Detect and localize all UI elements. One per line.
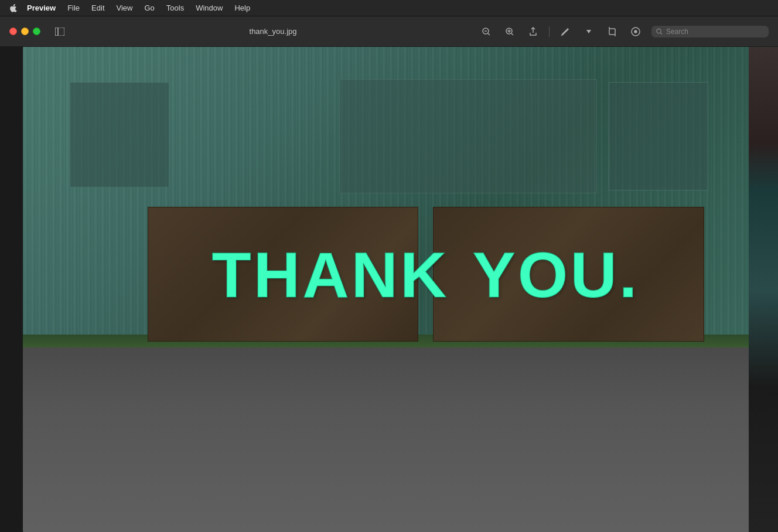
toolbar-divider	[549, 26, 550, 37]
ground	[23, 347, 755, 532]
thank-text: THANK	[212, 237, 449, 312]
menu-preview[interactable]: Preview	[22, 2, 60, 13]
svg-rect-0	[55, 28, 58, 36]
menu-tools[interactable]: Tools	[162, 2, 189, 13]
zoom-in-button[interactable]	[502, 24, 517, 39]
menu-bar: Preview File Edit View Go Tools Window H…	[0, 0, 778, 16]
menu-window[interactable]: Window	[191, 2, 227, 13]
search-input[interactable]	[666, 28, 764, 36]
menu-edit[interactable]: Edit	[87, 2, 109, 13]
content-area: THANK YOU.	[0, 47, 778, 532]
markup-dropdown-button[interactable]	[581, 24, 596, 39]
menu-go[interactable]: Go	[139, 2, 159, 13]
minimize-button[interactable]	[21, 28, 29, 35]
menu-view[interactable]: View	[112, 2, 138, 13]
svg-point-15	[657, 29, 661, 33]
search-icon	[656, 28, 663, 35]
strip-content	[749, 47, 778, 532]
window-title: thank_you.jpg	[250, 27, 297, 36]
menu-help[interactable]: Help	[230, 2, 255, 13]
wall-panel-right	[609, 82, 708, 190]
photo-frame: THANK YOU.	[23, 47, 755, 532]
search-box	[651, 26, 769, 37]
zoom-out-button[interactable]	[479, 24, 494, 39]
svg-line-5	[488, 33, 490, 35]
svg-line-16	[660, 32, 662, 34]
svg-rect-10	[609, 29, 615, 35]
wall-panel-center	[339, 79, 597, 193]
share-button[interactable]	[526, 24, 541, 39]
photo-canvas: THANK YOU.	[23, 47, 755, 532]
right-edge-strip	[749, 47, 778, 532]
close-button[interactable]	[9, 28, 17, 35]
apple-menu[interactable]	[7, 2, 20, 15]
svg-line-9	[511, 33, 513, 35]
maximize-button[interactable]	[33, 28, 40, 35]
you-text: YOU.	[473, 237, 640, 312]
adjust-button[interactable]	[628, 24, 643, 39]
sign-text-container: THANK YOU.	[148, 224, 704, 324]
crop-button[interactable]	[605, 24, 620, 39]
menu-file[interactable]: File	[63, 2, 84, 13]
svg-point-14	[634, 30, 637, 33]
traffic-lights	[9, 28, 40, 35]
svg-rect-1	[55, 28, 64, 36]
toolbar: thank_you.jpg	[0, 16, 778, 47]
wall-panel-left	[70, 82, 169, 187]
markup-button[interactable]	[558, 24, 573, 39]
toolbar-icons	[479, 24, 769, 39]
sidebar-toggle-button[interactable]	[52, 24, 67, 39]
